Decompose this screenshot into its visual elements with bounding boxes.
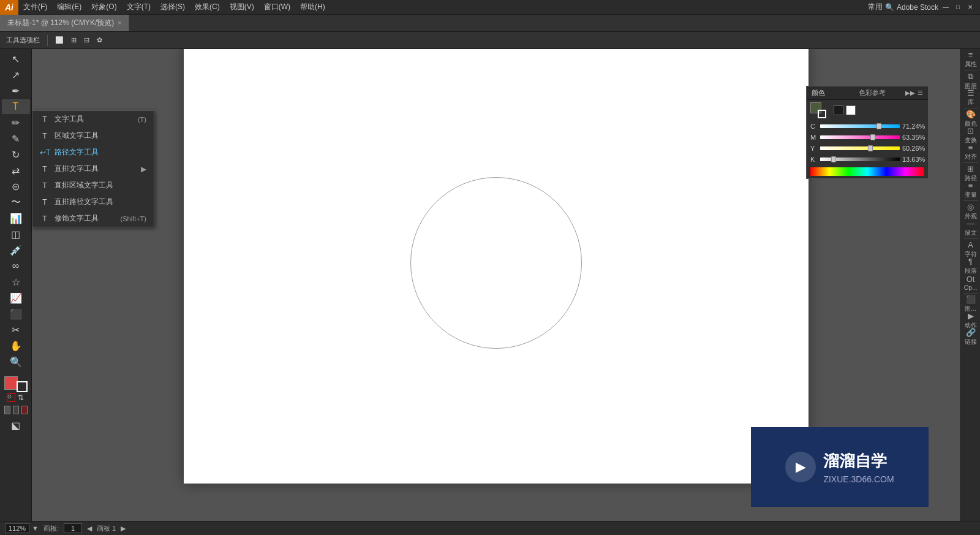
ctx-varea-text-tool[interactable]: T 直排区域文字工具 — [32, 177, 154, 194]
document-tab[interactable]: 未标题-1* @ 112% (CMYK/预览) × — [0, 15, 129, 31]
menu-view[interactable]: 视图(V) — [225, 0, 259, 14]
tb-icon-1[interactable]: ⬜ — [53, 36, 66, 44]
close-button[interactable]: ✕ — [965, 2, 975, 12]
rp-imagerace[interactable]: ⬛ 图... — [962, 296, 979, 312]
ctx-path-text-tool[interactable]: ↩T 路径文字工具 — [32, 144, 154, 161]
rp-paragraph[interactable]: ¶ 段落 — [962, 258, 979, 274]
rp-links[interactable]: 🔗 链接 — [962, 329, 979, 345]
m-thumb[interactable] — [870, 134, 875, 140]
tool-direct-select[interactable]: ↗ — [2, 67, 30, 82]
menu-select[interactable]: 选择(S) — [156, 0, 190, 14]
rp-layers[interactable]: ⧉ 图层 — [962, 73, 979, 89]
search-field[interactable]: 🔍 — [885, 3, 894, 12]
ctx-text-tool[interactable]: T 文字工具 (T) — [32, 111, 154, 127]
black-chip[interactable] — [834, 105, 843, 115]
ctx-touchup-text-tool[interactable]: T 修饰文字工具 (Shift+T) — [32, 210, 154, 227]
draw-normal[interactable] — [4, 406, 10, 414]
menu-effect[interactable]: 效果(C) — [190, 0, 225, 14]
m-label: M — [810, 134, 818, 141]
y-slider[interactable] — [820, 146, 900, 150]
artboard-nav-next[interactable]: ▶ — [121, 525, 126, 533]
rp-stroke[interactable]: — 描文 — [962, 220, 979, 236]
none-chip[interactable]: ∅ — [7, 393, 15, 402]
tab-close-button[interactable]: × — [118, 20, 121, 26]
tool-slice[interactable]: ✂ — [2, 322, 30, 337]
k-label: K — [810, 156, 818, 163]
rp-align[interactable]: ≡ 对齐 — [962, 144, 979, 160]
tool-width[interactable]: ⊝ — [2, 179, 30, 194]
paragraph-icon: ¶ — [968, 257, 973, 266]
rp-character[interactable]: A 字符 — [962, 241, 979, 257]
tool-artboard-nav[interactable]: ⬕ — [2, 418, 30, 433]
tool-symbol[interactable]: ☆ — [2, 275, 30, 289]
menu-object[interactable]: 对象(O) — [86, 0, 121, 14]
y-thumb[interactable] — [868, 145, 873, 151]
menu-edit[interactable]: 编辑(E) — [52, 0, 86, 14]
draw-inside[interactable] — [21, 406, 28, 414]
tool-paintbrush[interactable]: ✏ — [2, 115, 30, 130]
canvas-area[interactable]: 颜色 色彩参考 ▶▶ ☰ C 71.24 — [32, 49, 960, 521]
tb-icon-3[interactable]: ⊟ — [81, 36, 92, 44]
tool-graph[interactable]: 📊 — [2, 211, 30, 226]
color-panel-menu[interactable]: ☰ — [918, 89, 923, 96]
tool-select-arrow[interactable]: ↖ — [2, 51, 30, 66]
artboard-input[interactable] — [64, 523, 82, 533]
tb-icon-4[interactable]: ✿ — [94, 36, 105, 44]
minimize-button[interactable]: — — [941, 2, 951, 12]
rp-var[interactable]: ≡ 变量 — [962, 182, 979, 198]
c-slider[interactable] — [820, 124, 900, 128]
stroke-chip[interactable] — [17, 381, 28, 392]
rp-color[interactable]: 🎨 颜色 — [962, 111, 979, 127]
rp-opentype[interactable]: Ot Op... — [962, 275, 979, 290]
rp-actions[interactable]: ▶ 动作 — [962, 313, 979, 328]
k-thumb[interactable] — [831, 156, 836, 162]
menu-window[interactable]: 窗口(W) — [259, 0, 295, 14]
tool-gradient[interactable]: ◫ — [2, 227, 30, 241]
tb-icon-2[interactable]: ⊞ — [69, 36, 79, 44]
tool-warp[interactable]: 〜 — [2, 195, 30, 210]
draw-behind[interactable] — [13, 406, 19, 414]
tool-reflect[interactable]: ⇄ — [2, 163, 30, 178]
rp-properties[interactable]: ≡ 属性 — [962, 51, 979, 67]
artboard-nav-prev[interactable]: ◀ — [87, 525, 92, 533]
rp-library[interactable]: ☰ 库 — [962, 89, 979, 105]
properties-icon: ≡ — [968, 50, 973, 59]
tool-pencil[interactable]: ✎ — [2, 131, 30, 146]
rp-appearance[interactable]: ◎ 外观 — [962, 203, 979, 219]
rp-transform[interactable]: ⊡ 变换 — [962, 127, 979, 143]
ctx-vpath-text-tool[interactable]: T 直排路径文字工具 — [32, 194, 154, 210]
menu-help[interactable]: 帮助(H) — [295, 0, 330, 14]
m-slider[interactable] — [820, 135, 900, 139]
tool-hand[interactable]: ✋ — [2, 338, 30, 353]
rp-pathfinder[interactable]: ⊞ 路径 — [962, 165, 979, 181]
fill-chip[interactable] — [4, 376, 18, 390]
ctx-vtext-tool[interactable]: T 直排文字工具 ▶ — [32, 161, 154, 177]
tool-text[interactable]: T — [2, 99, 30, 114]
tool-zoom[interactable]: 🔍 — [2, 354, 30, 369]
maximize-button[interactable]: □ — [953, 2, 963, 12]
color-swatches-row — [807, 100, 928, 121]
zoom-input[interactable] — [5, 523, 29, 533]
menu-type[interactable]: 文字(T) — [122, 0, 156, 14]
menu-file[interactable]: 文件(F) — [18, 0, 52, 14]
white-chip[interactable] — [846, 105, 856, 115]
k-slider-row: K 13.63% — [807, 154, 928, 165]
tool-pen[interactable]: ✒ — [2, 83, 30, 98]
ctx-area-text-tool[interactable]: T 区域文字工具 — [32, 127, 154, 144]
color-panel-collapse[interactable]: ▶▶ — [905, 89, 915, 96]
k-slider[interactable] — [820, 157, 900, 161]
ctx-touchup-text-icon: T — [40, 214, 50, 223]
ai-logo: Ai — [0, 0, 18, 15]
tool-artboard[interactable]: ⬛ — [2, 306, 30, 321]
tool-eyedropper[interactable]: 💉 — [2, 243, 30, 257]
swap-colors[interactable]: ⇅ — [17, 393, 25, 402]
c-thumb[interactable] — [876, 123, 881, 129]
tool-column-graph[interactable]: 📈 — [2, 290, 30, 305]
stroke-color-chip[interactable] — [818, 110, 826, 118]
transform-icon: ⊡ — [967, 126, 974, 135]
tool-rotate[interactable]: ↻ — [2, 147, 30, 162]
workspace-label[interactable]: 常用 — [868, 2, 883, 12]
tool-blend[interactable]: ∞ — [2, 259, 30, 273]
color-panel-header: 颜色 色彩参考 ▶▶ ☰ — [807, 86, 928, 100]
color-spectrum[interactable] — [810, 167, 924, 176]
